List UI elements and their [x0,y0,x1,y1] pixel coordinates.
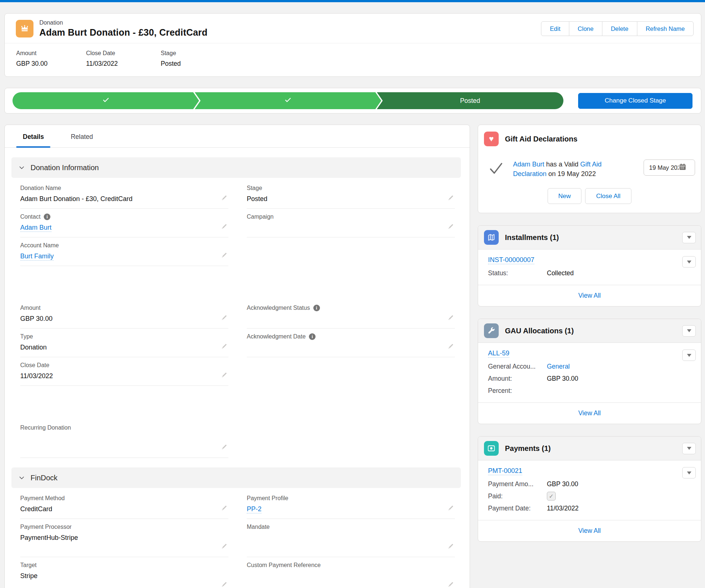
installment-status-row: Status: Collected [488,269,682,277]
new-declaration-button[interactable]: New [548,188,581,204]
field-target: Target Stripe [20,557,228,588]
field-acknowledgment-status: Acknowledgment Statusi [247,300,455,329]
view-all-allocations-link[interactable]: View All [578,409,601,417]
field-amount: Amount GBP 30.00 [20,300,228,329]
chevron-down-icon [687,236,691,239]
installments-card: Installments (1) INST-00000007 Status: C… [478,225,701,306]
info-icon[interactable]: i [44,214,50,220]
edit-pencil-icon[interactable] [448,343,454,351]
edit-pencil-icon[interactable] [448,223,454,231]
installment-link[interactable]: INST-00000007 [488,256,534,264]
row-actions-dropdown[interactable] [682,467,696,478]
row-actions-dropdown[interactable] [682,349,696,361]
field-donation-name: Donation Name Adam Burt Donation - £30, … [20,180,228,209]
edit-pencil-icon[interactable] [221,372,228,380]
section-findock[interactable]: FinDock [11,467,461,488]
chevron-down-icon [18,164,25,171]
edit-pencil-icon[interactable] [448,314,454,322]
allocation-link[interactable]: ALL-59 [488,349,509,358]
field-empty [247,357,455,386]
calendar-icon[interactable] [679,163,687,172]
coin-icon [484,441,499,456]
edit-pencil-icon[interactable] [448,194,454,202]
refresh-name-button[interactable]: Refresh Name [637,21,694,36]
tab-details[interactable]: Details [16,133,50,147]
paid-row: Paid: ✓ [488,492,682,501]
gift-aid-message: Adam Burt has a Valid Gift Aid Declarati… [513,159,634,179]
chevron-down-icon [18,474,25,481]
field-payment-profile: Payment Profile PP-2 [247,490,455,519]
edit-pencil-icon[interactable] [221,343,228,351]
path-stage-1[interactable] [13,92,199,109]
edit-pencil-icon[interactable] [221,543,228,551]
gau-allocation-record: ALL-59 General Accou... General Amount: … [478,343,701,402]
view-all-installments-link[interactable]: View All [578,292,601,300]
card-title: GAU Allocations (1) [505,327,682,335]
contact-link[interactable]: Adam Burt [20,224,51,232]
close-all-button[interactable]: Close All [585,188,631,204]
info-icon[interactable]: i [313,305,320,311]
general-accounting-unit-link[interactable]: General [547,363,570,370]
check-icon [284,96,292,105]
edit-button[interactable]: Edit [541,21,569,36]
clone-button[interactable]: Clone [569,21,602,36]
field-acknowledgment-date: Acknowledgment Datei [247,329,455,357]
edit-pencil-icon[interactable] [221,581,228,588]
declaration-date-input[interactable]: 19 May 2022 [644,159,695,176]
edit-pencil-icon[interactable] [221,444,228,452]
edit-pencil-icon[interactable] [221,252,228,260]
change-closed-stage-button[interactable]: Change Closed Stage [578,93,692,109]
edit-pencil-icon[interactable] [221,314,228,322]
payment-profile-link[interactable]: PP-2 [247,505,261,513]
section-donation-information[interactable]: Donation Information [11,157,461,178]
record-detail-card: Details Related Donation Information Don… [4,125,470,588]
field-payment-method: Payment Method CreditCard [20,490,228,519]
card-actions-dropdown[interactable] [682,325,696,337]
row-actions-dropdown[interactable] [682,256,696,268]
path-stage-2[interactable] [195,92,381,109]
field-empty [247,420,455,458]
field-payment-processor: Payment Processor PaymentHub-Stripe [20,519,228,557]
map-icon [484,230,499,245]
edit-pencil-icon[interactable] [221,223,228,231]
valid-check-icon [489,162,503,176]
card-title: Payments (1) [505,444,682,453]
stage-path: Posted [13,92,563,109]
edit-pencil-icon[interactable] [221,194,228,202]
view-all-payments-link[interactable]: View All [578,527,601,535]
card-actions-dropdown[interactable] [682,232,696,243]
highlight-close-date: Close Date 11/03/2022 [86,50,161,68]
payment-amount-row: Payment Amo... GBP 30.00 [488,480,682,488]
info-icon[interactable]: i [309,333,316,340]
findock-fields: Payment Method CreditCard Payment Profil… [5,488,470,588]
gau-allocations-card: GAU Allocations (1) ALL-59 General Accou… [478,319,701,424]
field-empty [247,237,455,266]
check-icon [102,96,110,105]
edit-pencil-icon[interactable] [448,581,454,588]
related-sidebar: ♥ Gift Aid Declarations Adam Burt has a … [478,125,701,554]
amount-row: Amount: GBP 30.00 [488,374,682,383]
edit-pencil-icon[interactable] [221,505,228,513]
donation-information-fields: Donation Name Adam Burt Donation - £30, … [5,178,470,458]
percent-row: Percent: [488,386,682,395]
card-actions-dropdown[interactable] [682,443,696,454]
highlight-stage: Stage Posted [161,50,231,68]
contact-link[interactable]: Adam Burt [513,161,544,168]
field-close-date: Close Date 11/03/2022 [20,357,228,386]
payments-card: Payments (1) PMT-00021 Payment Amo... GB… [478,436,701,542]
chevron-down-icon [687,329,691,332]
tab-related[interactable]: Related [64,133,99,147]
delete-button[interactable]: Delete [602,21,637,36]
edit-pencil-icon[interactable] [448,505,454,513]
wrench-icon [484,323,499,338]
chevron-down-icon [687,472,691,474]
chevron-down-icon [687,261,691,263]
path-stage-posted[interactable]: Posted [377,92,563,109]
field-type: Type Donation [20,329,228,357]
entity-label: Donation [39,19,541,26]
payment-link[interactable]: PMT-00021 [488,467,522,475]
account-link[interactable]: Burt Family [20,252,54,261]
edit-pencil-icon[interactable] [448,543,454,551]
gau-row: General Accou... General [488,362,682,371]
chevron-down-icon [687,447,691,450]
